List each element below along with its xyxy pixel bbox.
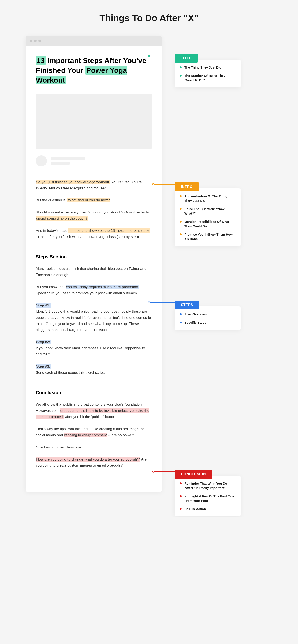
step-body: Identify 5 people that would enjoy readi…: [36, 310, 151, 332]
connector-conclusion: [153, 472, 174, 472]
browser-chrome: [26, 36, 162, 46]
avatar-placeholder: [36, 155, 47, 166]
window-dot: [30, 40, 32, 42]
text: But you know that: [36, 285, 66, 289]
card-item: Raise The Question: “Now What?”: [180, 207, 236, 216]
page-root: Things To Do After “X” 13 Important Step…: [0, 0, 298, 517]
connector-dot: [148, 55, 150, 57]
card-item: Highlight A Few Of The Best Tips From Yo…: [180, 494, 236, 503]
window-dot: [34, 40, 36, 42]
step-item: Step #1: Identify 5 people that would en…: [36, 302, 152, 333]
text-placeholder: [51, 157, 85, 160]
author-placeholder: [36, 155, 152, 166]
intro-paragraph: And in today’s post, I’m going to show y…: [36, 228, 152, 240]
conclusion-hl: How are you going to change what you do …: [36, 457, 140, 462]
step-label: Step #1:: [36, 303, 51, 308]
intro-hl: I’m going to show you the 13 most import…: [68, 228, 150, 233]
browser-mock: 13 Important Steps After You’ve Finished…: [26, 36, 162, 492]
steps-paragraph: But you know that content today requires…: [36, 284, 152, 296]
article-body: 13 Important Steps After You’ve Finished…: [26, 46, 162, 492]
connector-steps: [149, 302, 174, 303]
step-label: Step #2:: [36, 340, 51, 344]
text: Specifically, you need to promote your p…: [36, 291, 138, 295]
text: Should you eat a ‘recovery meal’? Should…: [36, 210, 149, 214]
intro-hl: So you just finished your power yoga wor…: [36, 180, 110, 184]
card-conclusion: CONCLUSION Reminder That What You Do “Af…: [174, 476, 240, 516]
steps-paragraph: Many rookie bloggers think that sharing …: [36, 266, 152, 278]
step-body: Send each of these peeps this exact scri…: [36, 370, 105, 374]
card-item: Promise You’ll Show Them How It’s Done: [180, 232, 236, 241]
card-tab-conclusion: CONCLUSION: [174, 470, 212, 479]
card-item: Call-To-Action: [180, 507, 236, 511]
conclusion-paragraph: Now I want to hear from you:: [36, 444, 152, 450]
steps-hl: content today requires much more promoti…: [66, 285, 140, 289]
card-item: The Number Of Tasks They “Need To Do”: [180, 74, 236, 82]
card-title: TITLE The Thing They Just Did The Number…: [174, 60, 240, 88]
step-item: Step #3: Send each of these peeps this e…: [36, 364, 152, 376]
text: after you hit the ‘publish’ button.: [64, 415, 116, 419]
intro-hl: spend some time on the couch?: [36, 216, 88, 221]
intro-paragraph: So you just finished your power yoga wor…: [36, 179, 152, 192]
card-intro: INTRO A Visualization Of The Thing They …: [174, 188, 240, 246]
page-title: Things To Do After “X”: [17, 13, 281, 24]
intro-hl: What should you do next?: [68, 198, 110, 202]
hero-placeholder: [36, 94, 152, 149]
step-body: If you don’t know their email addresses,…: [36, 346, 145, 356]
window-dot: [38, 40, 41, 42]
canvas: 13 Important Steps After You’ve Finished…: [17, 36, 281, 492]
card-tab-title: TITLE: [174, 54, 198, 62]
card-item: Mention Possibilities Of What They Could…: [180, 220, 236, 228]
card-item: Specific Steps: [180, 320, 236, 325]
steps-heading: Steps Section: [36, 253, 152, 261]
connector-dot: [152, 183, 154, 185]
step-item: Step #2: If you don’t know their email a…: [36, 339, 152, 358]
conclusion-heading: Conclusion: [36, 388, 152, 396]
conclusion-paragraph: We all know that publishing great conten…: [36, 402, 152, 420]
conclusion-paragraph: That’s why the tips from this post -- li…: [36, 426, 152, 438]
card-tab-steps: STEPS: [174, 300, 200, 310]
card-item: A Visualization Of The Thing They Just D…: [180, 194, 236, 203]
card-tab-intro: INTRO: [174, 182, 199, 191]
text-placeholder: [51, 162, 70, 164]
text: And in today’s post,: [36, 228, 68, 232]
text: to take after you finish with your power…: [36, 235, 140, 239]
text: But the question is:: [36, 198, 68, 202]
card-steps: STEPS Brief Overview Specific Steps: [174, 306, 240, 330]
connector-dot: [152, 470, 154, 473]
card-item: Brief Overview: [180, 312, 236, 316]
conclusion-hl: replying to every comment: [64, 433, 107, 437]
connector-dot: [148, 301, 150, 304]
intro-paragraph: But the question is: What should you do …: [36, 197, 152, 204]
connector-title: [149, 56, 174, 56]
conclusion-paragraph: How are you going to change what you do …: [36, 456, 152, 469]
step-label: Step #3:: [36, 364, 51, 368]
card-item: Reminder That What You Do “After” Is Rea…: [180, 481, 236, 490]
title-number: 13: [36, 56, 46, 65]
intro-paragraph: Should you eat a ‘recovery meal’? Should…: [36, 210, 152, 222]
text: -- are so powerful.: [107, 433, 138, 437]
article-title: 13 Important Steps After You’ve Finished…: [36, 56, 152, 85]
card-item: The Thing They Just Did: [180, 65, 236, 70]
connector-intro: [153, 184, 174, 184]
